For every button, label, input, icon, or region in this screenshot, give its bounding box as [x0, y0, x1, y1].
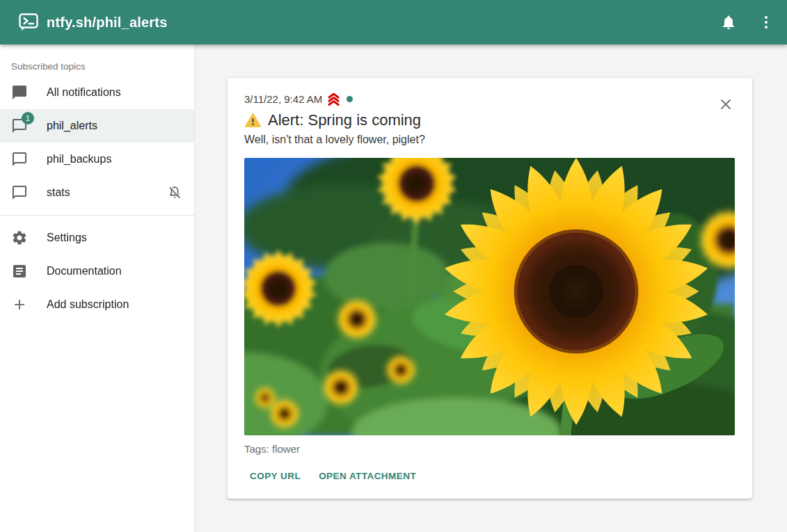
sidebar-item-documentation[interactable]: Documentation [0, 255, 194, 288]
close-icon[interactable] [716, 95, 736, 114]
sidebar: Subscribed topics All notifications 1 ph… [0, 45, 195, 532]
notification-title: Alert: Spring is coming [268, 111, 421, 129]
overflow-menu-button[interactable] [749, 6, 783, 39]
app-header: ntfy.sh/phil_alerts [0, 0, 787, 45]
sidebar-item-all-notifications[interactable]: All notifications [0, 76, 194, 109]
sidebar-divider [0, 215, 194, 216]
sidebar-item-phil-backups[interactable]: phil_backups [0, 143, 194, 176]
open-attachment-button[interactable]: OPEN ATTACHMENT [313, 465, 422, 487]
sidebar-item-label: Documentation [47, 265, 122, 277]
subscribed-topics-label: Subscribed topics [0, 51, 194, 76]
notification-meta-row: 3/11/22, 9:42 AM [244, 92, 736, 106]
sidebar-item-settings[interactable]: Settings [0, 221, 194, 255]
page-title: ntfy.sh/phil_alerts [47, 15, 167, 31]
notification-body: Well, isn't that a lovely flower, piglet… [244, 134, 736, 146]
notification-actions: COPY URL OPEN ATTACHMENT [244, 465, 736, 487]
sidebar-item-stats[interactable]: stats [0, 176, 194, 209]
notifications-bell-button[interactable] [712, 6, 745, 39]
chat-bubble-outline-icon [11, 151, 28, 168]
article-icon [11, 263, 28, 280]
sidebar-item-phil-alerts[interactable]: 1 phil_alerts [0, 109, 194, 143]
sidebar-item-label: All notifications [47, 86, 121, 99]
notification-card: 3/11/22, 9:42 AM Alert: Spring is coming [228, 78, 752, 499]
attachment-image[interactable] [244, 158, 735, 435]
notifications-off-icon [166, 184, 183, 201]
sidebar-item-add-subscription[interactable]: Add subscription [0, 288, 194, 321]
main-content: 3/11/22, 9:42 AM Alert: Spring is coming [196, 45, 787, 532]
priority-max-icon [326, 92, 341, 106]
ntfy-logo-icon [19, 13, 38, 31]
notification-timestamp: 3/11/22, 9:42 AM [244, 93, 322, 105]
sidebar-item-label: stats [47, 186, 70, 199]
chat-bubble-outline-icon: 1 [11, 118, 28, 134]
plus-icon [11, 296, 28, 313]
unread-count-badge: 1 [22, 112, 34, 124]
sidebar-item-label: Settings [47, 232, 87, 244]
copy-url-button[interactable]: COPY URL [244, 465, 306, 487]
sidebar-item-label: phil_backups [47, 153, 111, 166]
chat-bubble-outline-icon [11, 184, 28, 201]
unread-dot [347, 96, 353, 102]
notification-tags: Tags: flower [244, 443, 736, 455]
chat-bubble-filled-icon [11, 84, 28, 101]
warning-triangle-icon [244, 112, 262, 129]
gear-icon [11, 229, 28, 246]
sidebar-item-label: phil_alerts [47, 120, 97, 132]
sidebar-item-label: Add subscription [47, 298, 129, 311]
notification-title-row: Alert: Spring is coming [244, 111, 736, 129]
